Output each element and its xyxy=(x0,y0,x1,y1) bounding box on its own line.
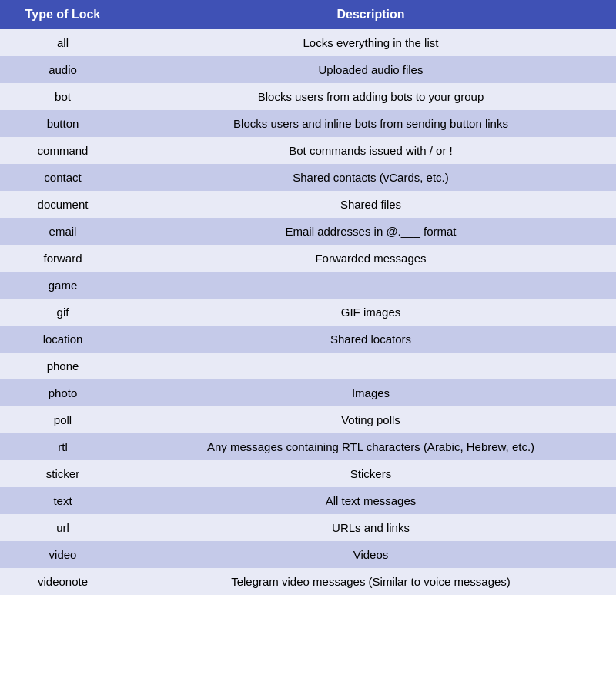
table-row: locationShared locators xyxy=(0,326,616,353)
lock-type-cell: contact xyxy=(0,164,126,191)
lock-type-cell: all xyxy=(0,29,126,56)
table-row: documentShared files xyxy=(0,191,616,218)
lock-type-cell: audio xyxy=(0,56,126,83)
description-cell: Shared files xyxy=(126,191,616,218)
table-row: allLocks everything in the list xyxy=(0,29,616,56)
description-cell: Images xyxy=(126,379,616,406)
lock-type-cell: game xyxy=(0,272,126,299)
description-cell: Blocks users and inline bots from sendin… xyxy=(126,110,616,137)
table-row: emailEmail addresses in @.___ format xyxy=(0,218,616,245)
table-row: stickerStickers xyxy=(0,460,616,487)
table-header-row: Type of Lock Description xyxy=(0,0,616,29)
description-cell: Stickers xyxy=(126,460,616,487)
lock-type-cell: videonote xyxy=(0,568,126,595)
table-row: phone xyxy=(0,353,616,379)
description-cell: Bot commands issued with / or ! xyxy=(126,137,616,164)
lock-type-cell: gif xyxy=(0,299,126,326)
lock-types-table: Type of Lock Description allLocks everyt… xyxy=(0,0,616,595)
description-cell: Shared contacts (vCards, etc.) xyxy=(126,164,616,191)
table-row: audioUploaded audio files xyxy=(0,56,616,83)
description-cell: All text messages xyxy=(126,487,616,514)
table-row: game xyxy=(0,272,616,299)
lock-type-cell: command xyxy=(0,137,126,164)
description-cell: Shared locators xyxy=(126,326,616,353)
table-row: videonoteTelegram video messages (Simila… xyxy=(0,568,616,595)
table-row: forwardForwarded messages xyxy=(0,245,616,272)
lock-type-cell: email xyxy=(0,218,126,245)
table-row: pollVoting polls xyxy=(0,406,616,433)
lock-type-cell: document xyxy=(0,191,126,218)
table-row: botBlocks users from adding bots to your… xyxy=(0,83,616,110)
lock-type-cell: location xyxy=(0,326,126,353)
table-row: gifGIF images xyxy=(0,299,616,326)
lock-type-cell: phone xyxy=(0,353,126,379)
description-cell xyxy=(126,272,616,299)
table-row: buttonBlocks users and inline bots from … xyxy=(0,110,616,137)
description-cell: Videos xyxy=(126,541,616,568)
description-cell: Uploaded audio files xyxy=(126,56,616,83)
description-cell: Telegram video messages (Similar to voic… xyxy=(126,568,616,595)
table-row: textAll text messages xyxy=(0,487,616,514)
description-cell: Email addresses in @.___ format xyxy=(126,218,616,245)
lock-type-cell: url xyxy=(0,514,126,541)
description-cell: GIF images xyxy=(126,299,616,326)
table-row: photoImages xyxy=(0,379,616,406)
lock-type-cell: rtl xyxy=(0,433,126,460)
description-cell: URLs and links xyxy=(126,514,616,541)
description-cell xyxy=(126,353,616,379)
table-row: commandBot commands issued with / or ! xyxy=(0,137,616,164)
table-row: contactShared contacts (vCards, etc.) xyxy=(0,164,616,191)
description-cell: Locks everything in the list xyxy=(126,29,616,56)
description-cell: Any messages containing RTL characters (… xyxy=(126,433,616,460)
col-header-description: Description xyxy=(126,0,616,29)
lock-type-cell: bot xyxy=(0,83,126,110)
col-header-lock-type: Type of Lock xyxy=(0,0,126,29)
table-row: urlURLs and links xyxy=(0,514,616,541)
lock-type-cell: photo xyxy=(0,379,126,406)
description-cell: Blocks users from adding bots to your gr… xyxy=(126,83,616,110)
lock-type-cell: text xyxy=(0,487,126,514)
table-row: videoVideos xyxy=(0,541,616,568)
description-cell: Forwarded messages xyxy=(126,245,616,272)
table-row: rtlAny messages containing RTL character… xyxy=(0,433,616,460)
lock-type-cell: forward xyxy=(0,245,126,272)
lock-type-cell: sticker xyxy=(0,460,126,487)
lock-type-cell: button xyxy=(0,110,126,137)
description-cell: Voting polls xyxy=(126,406,616,433)
lock-type-cell: poll xyxy=(0,406,126,433)
lock-type-cell: video xyxy=(0,541,126,568)
